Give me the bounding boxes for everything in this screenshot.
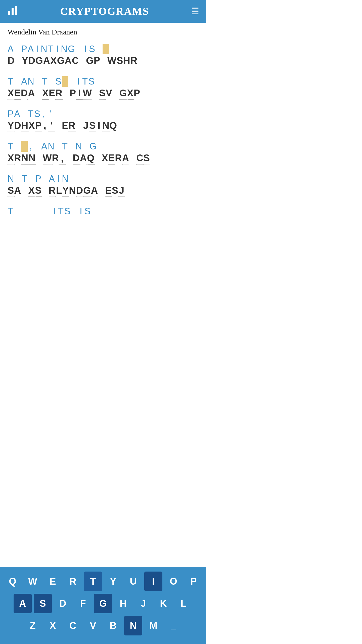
word-pair: ITS [51, 206, 71, 217]
word-pair: T [62, 141, 68, 152]
word-pair: WR, [43, 153, 66, 165]
word-pair: GP [86, 55, 100, 67]
word-pair: SA [8, 185, 21, 197]
word-pair: AN [41, 141, 55, 152]
word-pair: YDGAXGAC [22, 55, 79, 67]
word-pair: A [8, 44, 14, 55]
word-pair: XRNN [8, 153, 36, 165]
word-pair: XS [28, 185, 42, 197]
word-pair: N [75, 141, 82, 152]
word-pair: ER [62, 120, 76, 132]
word-pair: TS,' [28, 109, 54, 120]
word-pair: T [8, 206, 14, 217]
puzzle-line-3: PA TS,' YDHXP,' ER JSINQ [8, 106, 199, 132]
word-pair: PIW [70, 88, 92, 100]
word-pair: XER [42, 88, 63, 100]
puzzle-area: Wendelin Van Draanen A PAINTING IS [0, 23, 206, 249]
word-pair: RLYNDGA [49, 185, 98, 197]
word-pair: PA [8, 109, 21, 120]
word-pair: N [8, 174, 15, 185]
word-pair: CS [136, 153, 150, 165]
chart-icon[interactable] [7, 5, 18, 18]
word-pair: T [8, 76, 14, 87]
word-pair: AIN [49, 174, 69, 185]
word-pair: WSHR [107, 55, 138, 67]
word-pair: ___ [103, 44, 129, 55]
author-name: Wendelin Van Draanen [8, 28, 199, 36]
svg-rect-2 [15, 6, 17, 15]
word-pair: , [21, 141, 34, 152]
word-pair: ITS [75, 76, 95, 87]
svg-rect-1 [12, 8, 14, 15]
puzzle-line-6: T ITS IS [8, 203, 199, 217]
puzzle-line-2: T AN T S ITS XEDA [8, 73, 199, 100]
puzzle-line-5: N T P AIN SA XS RL [8, 171, 199, 197]
word-pair: AN [21, 76, 35, 87]
puzzle-scroll[interactable]: A PAINTING IS ___ [8, 41, 199, 226]
word-pair: ESJ [105, 185, 125, 197]
word-pair: DAQ [73, 153, 95, 165]
word-pair: SV [99, 88, 112, 100]
puzzle-line-1: A PAINTING IS ___ [8, 41, 199, 67]
word-pair: S [55, 76, 68, 87]
word-pair: YDHXP,' [8, 120, 55, 132]
word-pair: T [22, 174, 28, 185]
word-pair: T [42, 76, 48, 87]
word-pair: G [89, 141, 97, 152]
word-pair: XEDA [8, 88, 35, 100]
word-pair: JSINQ [83, 120, 117, 132]
word-pair: PAINTING [21, 44, 75, 55]
svg-rect-0 [8, 11, 10, 15]
app-header: Cryptograms ☰ [0, 0, 206, 23]
app-title: Cryptograms [60, 5, 149, 17]
menu-icon[interactable]: ☰ [191, 6, 199, 17]
word-pair: XERA [102, 153, 129, 165]
word-pair: GXP [119, 88, 140, 100]
word-pair: IS [82, 44, 96, 55]
puzzle-line-4: T , AN T N G XRNN [8, 138, 199, 165]
word-pair: P [35, 174, 42, 185]
word-pair: D [8, 55, 15, 67]
word-pair: T [8, 141, 14, 152]
word-pair: IS [78, 206, 91, 217]
